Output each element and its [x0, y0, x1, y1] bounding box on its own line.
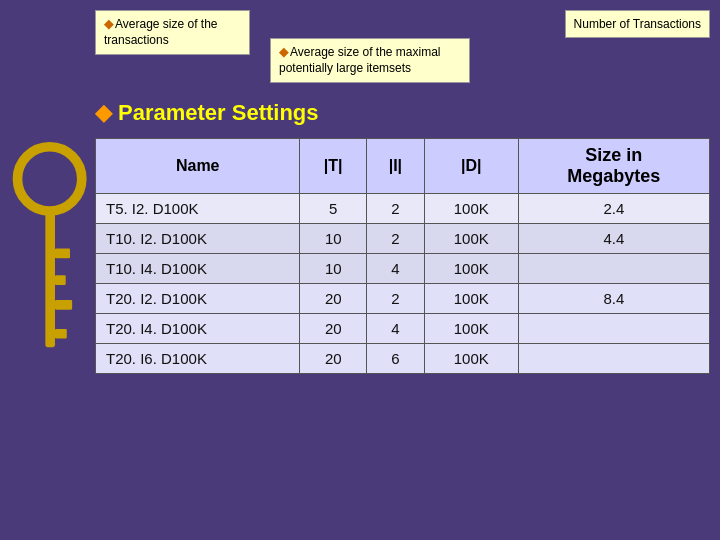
- table-row: T10. I4. D100K104100K: [96, 254, 710, 284]
- cell-T: 10: [300, 224, 367, 254]
- cell-T: 5: [300, 194, 367, 224]
- tooltip-avg-maximal: ◆Average size of the maximal potentially…: [270, 38, 470, 83]
- cell-name: T10. I4. D100K: [96, 254, 300, 284]
- svg-rect-6: [55, 329, 67, 339]
- cell-name: T20. I2. D100K: [96, 284, 300, 314]
- cell-name: T10. I2. D100K: [96, 224, 300, 254]
- cell-size: [518, 344, 709, 374]
- table-row: T10. I2. D100K102100K4.4: [96, 224, 710, 254]
- cell-D: 100K: [424, 314, 518, 344]
- cell-T: 20: [300, 344, 367, 374]
- table-row: T20. I4. D100K204100K: [96, 314, 710, 344]
- cell-size: [518, 314, 709, 344]
- svg-rect-2: [45, 208, 55, 347]
- svg-rect-5: [55, 300, 72, 310]
- tooltip-avg-transactions-text: Average size of the transactions: [104, 17, 218, 47]
- cell-D: 100K: [424, 284, 518, 314]
- svg-rect-3: [55, 249, 70, 259]
- tooltip-num-transactions: Number of Transactions: [565, 10, 710, 38]
- cell-size: 4.4: [518, 224, 709, 254]
- section-bullet: ◆: [95, 100, 112, 125]
- cell-I: 2: [367, 284, 425, 314]
- cell-name: T20. I4. D100K: [96, 314, 300, 344]
- cell-I: 2: [367, 224, 425, 254]
- cell-name: T20. I6. D100K: [96, 344, 300, 374]
- table-row: T5. I2. D100K52100K2.4: [96, 194, 710, 224]
- col-header-size: Size inMegabytes: [518, 139, 709, 194]
- cell-D: 100K: [424, 194, 518, 224]
- cell-D: 100K: [424, 224, 518, 254]
- cell-T: 10: [300, 254, 367, 284]
- cell-D: 100K: [424, 344, 518, 374]
- cell-D: 100K: [424, 254, 518, 284]
- table-header-row: Name |T| |I| |D| Size inMegabytes: [96, 139, 710, 194]
- svg-point-1: [30, 160, 69, 199]
- tooltip-bullet-2: ◆: [279, 45, 288, 59]
- cell-I: 6: [367, 344, 425, 374]
- section-title: ◆Parameter Settings: [95, 100, 710, 126]
- tooltip-avg-transactions: ◆Average size of the transactions: [95, 10, 250, 55]
- cell-size: 8.4: [518, 284, 709, 314]
- tooltip-avg-maximal-text: Average size of the maximal potentially …: [279, 45, 441, 75]
- cell-size: [518, 254, 709, 284]
- table-row: T20. I2. D100K202100K8.4: [96, 284, 710, 314]
- table-row: T20. I6. D100K206100K: [96, 344, 710, 374]
- col-header-D: |D|: [424, 139, 518, 194]
- key-decoration: [0, 0, 110, 540]
- svg-rect-4: [55, 275, 66, 285]
- cell-name: T5. I2. D100K: [96, 194, 300, 224]
- cell-I: 4: [367, 254, 425, 284]
- cell-I: 4: [367, 314, 425, 344]
- col-header-T: |T|: [300, 139, 367, 194]
- parameter-table: Name |T| |I| |D| Size inMegabytes T5. I2…: [95, 138, 710, 374]
- col-header-I: |I|: [367, 139, 425, 194]
- cell-T: 20: [300, 284, 367, 314]
- cell-T: 20: [300, 314, 367, 344]
- main-content: ◆Parameter Settings Name |T| |I| |D| Siz…: [95, 100, 710, 530]
- col-header-name: Name: [96, 139, 300, 194]
- tooltip-bullet-1: ◆: [104, 17, 113, 31]
- tooltip-num-transactions-text: Number of Transactions: [574, 17, 701, 31]
- cell-size: 2.4: [518, 194, 709, 224]
- cell-I: 2: [367, 194, 425, 224]
